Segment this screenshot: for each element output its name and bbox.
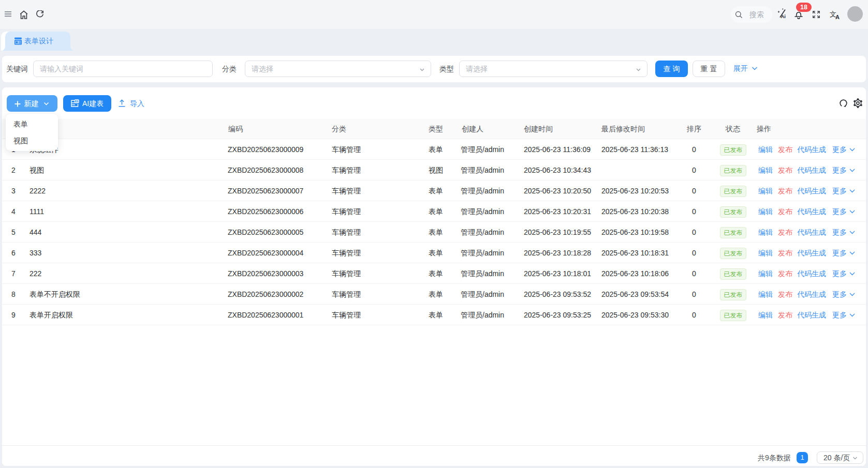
- svg-text:Ai: Ai: [781, 13, 786, 19]
- svg-text:A: A: [835, 14, 840, 20]
- svg-text:AI: AI: [76, 100, 78, 103]
